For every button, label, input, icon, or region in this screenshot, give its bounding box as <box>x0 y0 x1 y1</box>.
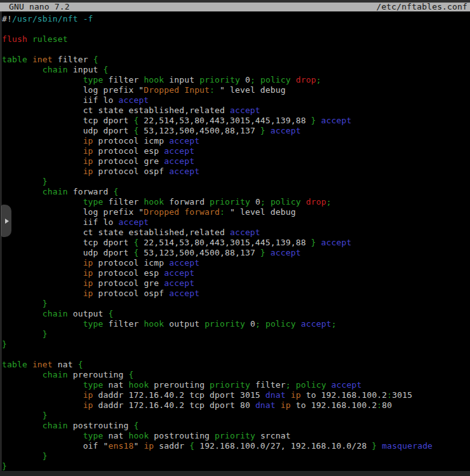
code-token: 3015 <box>392 390 412 400</box>
code-line <box>2 44 470 55</box>
code-line: tcp dport { 22,514,53,80,443,3015,445,13… <box>2 238 470 248</box>
code-token: 0 <box>240 75 250 85</box>
code-token: daddr 172.16.40.2 tcp dport 3015 <box>93 390 265 400</box>
code-token <box>2 319 83 329</box>
file-path-label: /etc/nftables.conf <box>376 3 467 11</box>
code-token: postrouting <box>149 431 215 440</box>
code-token: type <box>83 319 104 329</box>
code-token <box>27 34 32 44</box>
code-token: accept <box>164 278 194 288</box>
code-token: filter <box>53 55 93 64</box>
code-token <box>265 197 271 207</box>
code-line: chain postrouting { <box>2 421 470 431</box>
code-token: log prefix " <box>2 85 144 95</box>
code-token: ip <box>83 167 93 176</box>
code-token: protocol gre <box>93 156 164 166</box>
code-token: ip <box>83 258 93 268</box>
code-token: ip <box>83 289 93 298</box>
code-token: accept <box>321 238 352 247</box>
code-token: nat <box>53 360 78 369</box>
code-token: } <box>311 116 316 125</box>
code-token: } <box>43 177 48 186</box>
code-token <box>2 177 43 186</box>
code-token: Dropped forward <box>144 207 220 217</box>
code-token: accept <box>169 289 199 298</box>
code-token: } <box>260 126 265 135</box>
code-token <box>2 278 83 288</box>
code-line: type nat hook prerouting priority filter… <box>2 380 470 390</box>
code-line: ct state established,related accept <box>2 105 470 116</box>
code-token <box>301 197 306 207</box>
code-line: udp dport { 53,123,500,4500,88,137 } acc… <box>2 248 470 258</box>
code-token <box>2 146 83 156</box>
code-token: ; <box>332 319 337 329</box>
code-token: 53,123,500,4500,88,137 <box>138 248 260 257</box>
code-token: protocol gre <box>93 278 164 288</box>
code-token: chain <box>43 309 68 318</box>
code-token: hook <box>144 75 164 85</box>
code-line: } <box>2 411 470 421</box>
code-token: : <box>220 207 225 217</box>
code-token: ip <box>83 146 93 156</box>
code-token: 22,514,53,80,443,3015,445,139,88 <box>138 116 311 125</box>
code-line <box>2 350 470 360</box>
code-line: type filter hook output priority 0; poli… <box>2 319 470 329</box>
code-line: } <box>2 339 470 350</box>
code-token: prerouting <box>68 370 129 379</box>
code-token <box>316 238 321 247</box>
code-token: policy <box>260 75 291 85</box>
code-token: " level debug <box>225 207 296 217</box>
code-token: type <box>83 197 104 207</box>
code-token: oif " <box>2 441 109 451</box>
code-line: flush ruleset <box>2 34 470 44</box>
code-line: } <box>2 461 470 472</box>
code-token: ; <box>250 75 255 85</box>
code-token: nat <box>104 380 129 390</box>
code-token: saddr <box>154 441 189 451</box>
editor-area[interactable]: #!/usr/sbin/nft -fflush rulesettable ine… <box>0 11 470 472</box>
code-line: chain input { <box>2 65 470 75</box>
code-line: ip protocol esp accept <box>2 146 470 156</box>
code-line: table inet nat { <box>2 360 470 370</box>
code-token: filter <box>104 197 144 207</box>
code-token: ; <box>286 380 291 390</box>
code-token <box>265 248 271 257</box>
code-line: log prefix "Dropped Input: " level debug <box>2 85 470 95</box>
code-token <box>2 431 83 440</box>
code-line: chain prerouting { <box>2 370 470 380</box>
code-line: type nat hook postrouting priority srcna… <box>2 431 470 441</box>
code-token: prerouting <box>149 380 210 390</box>
bottom-strip <box>0 471 470 476</box>
code-token: input <box>164 75 199 85</box>
code-token: iif lo <box>2 95 118 105</box>
code-token: dnat <box>265 390 286 400</box>
code-line: table inet filter { <box>2 55 470 65</box>
code-token: 53,123,500,4500,88,137 <box>138 126 260 135</box>
code-line: ip protocol ospf accept <box>2 289 470 299</box>
code-token: daddr 172.16.40.2 tcp dport 80 <box>93 400 255 410</box>
code-token: ; <box>255 319 260 329</box>
code-token: priority <box>210 197 250 207</box>
sidebar-handle[interactable] <box>1 205 11 237</box>
code-token: 80 <box>382 400 392 410</box>
code-token <box>265 126 271 135</box>
code-token: 0 <box>250 197 260 207</box>
code-token: priority <box>215 431 255 440</box>
code-token: type <box>83 75 104 85</box>
code-token <box>326 380 332 390</box>
code-line: oif "ens18" ip saddr { 192.168.100.0/27,… <box>2 441 470 451</box>
code-token: protocol icmp <box>93 136 170 146</box>
code-token: ip <box>83 278 93 288</box>
code-line: ip protocol gre accept <box>2 278 470 289</box>
code-token: 192.168.100.0/27, 192.168.10.0/28 <box>194 441 372 451</box>
code-line: ip protocol icmp accept <box>2 136 470 146</box>
code-token <box>276 400 281 410</box>
code-token <box>2 258 83 268</box>
code-token: Dropped Input <box>144 85 210 95</box>
code-line: type filter hook input priority 0; polic… <box>2 75 470 85</box>
code-token: accept <box>164 146 194 156</box>
code-token <box>27 360 32 369</box>
code-token: hook <box>144 197 164 207</box>
code-token: accept <box>271 126 301 135</box>
code-token: ip <box>83 390 93 400</box>
